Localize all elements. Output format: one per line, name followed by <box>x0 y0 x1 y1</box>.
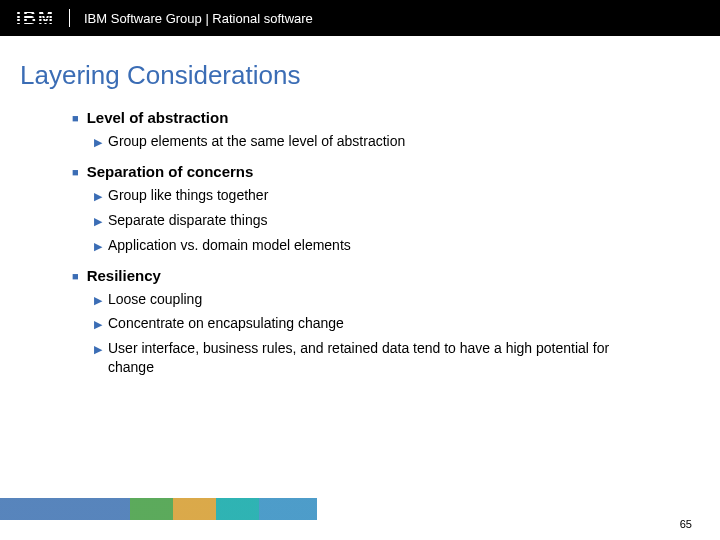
section-heading-text: Separation of concerns <box>87 163 254 180</box>
square-bullet-icon: ■ <box>72 166 79 178</box>
sub-list: ▶ Group elements at the same level of ab… <box>94 132 632 151</box>
sub-list: ▶ Group like things together ▶ Separate … <box>94 186 632 255</box>
list-item: ▶ Concentrate on encapsulating change <box>94 314 632 333</box>
list-item: ▶ Application vs. domain model elements <box>94 236 632 255</box>
triangle-bullet-icon: ▶ <box>94 189 102 204</box>
footer-graphic-strip <box>0 498 720 520</box>
section-heading: ■ Resiliency <box>72 267 632 284</box>
list-item-text: Group like things together <box>108 186 268 205</box>
page-number: 65 <box>680 518 692 530</box>
header-divider <box>69 9 70 27</box>
section-heading: ■ Level of abstraction <box>72 109 632 126</box>
header-bar: IBM IBM Software Group | Rational softwa… <box>0 0 720 36</box>
triangle-bullet-icon: ▶ <box>94 317 102 332</box>
square-bullet-icon: ■ <box>72 270 79 282</box>
sub-list: ▶ Loose coupling ▶ Concentrate on encaps… <box>94 290 632 378</box>
slide-title: Layering Considerations <box>20 60 720 91</box>
list-item-text: Loose coupling <box>108 290 202 309</box>
header-group-text: IBM Software Group | Rational software <box>84 11 313 26</box>
list-item: ▶ Group like things together <box>94 186 632 205</box>
section-heading: ■ Separation of concerns <box>72 163 632 180</box>
list-item-text: Separate disparate things <box>108 211 268 230</box>
list-item: ▶ Loose coupling <box>94 290 632 309</box>
footer: 65 <box>0 498 720 532</box>
list-item: ▶ User interface, business rules, and re… <box>94 339 632 377</box>
triangle-bullet-icon: ▶ <box>94 239 102 254</box>
list-item: ▶ Separate disparate things <box>94 211 632 230</box>
triangle-bullet-icon: ▶ <box>94 135 102 150</box>
list-item-text: Concentrate on encapsulating change <box>108 314 344 333</box>
triangle-bullet-icon: ▶ <box>94 342 102 357</box>
triangle-bullet-icon: ▶ <box>94 293 102 308</box>
section-heading-text: Level of abstraction <box>87 109 229 126</box>
list-item: ▶ Group elements at the same level of ab… <box>94 132 632 151</box>
section-heading-text: Resiliency <box>87 267 161 284</box>
list-item-text: Application vs. domain model elements <box>108 236 351 255</box>
ibm-logo: IBM <box>16 9 55 27</box>
slide-content: ■ Level of abstraction ▶ Group elements … <box>72 109 632 377</box>
list-item-text: Group elements at the same level of abst… <box>108 132 405 151</box>
list-item-text: User interface, business rules, and reta… <box>108 339 632 377</box>
triangle-bullet-icon: ▶ <box>94 214 102 229</box>
square-bullet-icon: ■ <box>72 112 79 124</box>
